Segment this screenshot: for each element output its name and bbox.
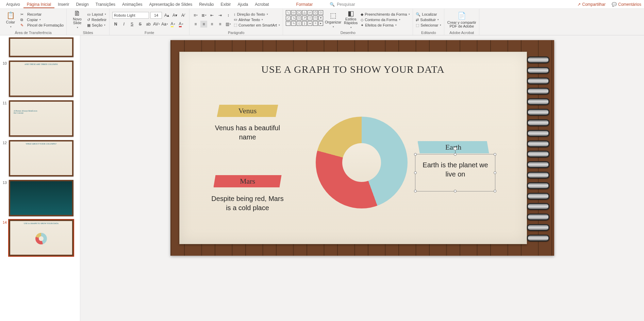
cut-button[interactable]: ✂ Recortar (20, 12, 64, 17)
slide-thumb[interactable]: WHAT ABOUT YOUR COLUMNS? (9, 140, 73, 176)
rotate-handle[interactable] (453, 147, 457, 150)
styles-icon: ◧ (346, 10, 355, 17)
resize-handle[interactable] (494, 153, 496, 156)
shape-outline-button[interactable]: ◇ Contorno da Forma▾ (361, 18, 410, 22)
menu-animacoes[interactable]: Animações (119, 1, 146, 8)
bold-button[interactable]: N (112, 21, 119, 28)
slide-canvas[interactable]: USE A GRAPH TO SHOW YOUR DATA Venus Venu… (80, 35, 644, 321)
menu-acrobat[interactable]: Acrobat (251, 1, 272, 8)
highlight-button[interactable]: A▾ (169, 21, 176, 28)
search-box[interactable]: 🔍 Pesquisar (330, 2, 355, 7)
thumb-row[interactable]: 12 WHAT ABOUT YOUR COLUMNS? (1, 140, 75, 176)
donut-chart[interactable] (316, 117, 408, 208)
thumb-row[interactable]: 14 USE A GRAPH TO SHOW YOUR DATA (1, 220, 75, 256)
find-button[interactable]: 🔍 Localizar (416, 12, 441, 17)
thumb-row[interactable]: 11 A Picture Always Reinforces the Conce… (1, 100, 75, 137)
new-slide-button[interactable]: 🗎 Novo Slide▾ (69, 10, 85, 29)
align-left-button[interactable]: ≡ (192, 21, 199, 28)
grow-font-button[interactable]: A▴ (163, 12, 170, 19)
reset-button[interactable]: ↺ Redefinir (87, 18, 106, 22)
share-button[interactable]: ↗Compartilhar (577, 2, 606, 7)
venus-desc[interactable]: Venus has a beautiful name (210, 123, 285, 142)
menu-revisao[interactable]: Revisão (196, 1, 217, 8)
thumb-row[interactable]: 10 AND THESE ARE THREE COLUMNS (1, 61, 75, 97)
new-slide-icon: 🗎 (73, 10, 82, 17)
menu-bar: Arquivo Página Inicial Inserir Design Tr… (0, 0, 644, 9)
outdent-button[interactable]: ⇤ (209, 12, 215, 19)
indent-button[interactable]: ⇥ (217, 12, 224, 19)
resize-handle[interactable] (414, 153, 417, 156)
font-size-select[interactable]: 14 (150, 12, 162, 19)
shrink-font-button[interactable]: A▾ (171, 12, 178, 19)
menu-apresentacao[interactable]: Apresentação de Slides (146, 1, 196, 8)
format-painter-button[interactable]: ✎ Pincel de Formatação (20, 23, 64, 28)
copy-button[interactable]: ⧉ Copiar▾ (20, 18, 64, 22)
align-center-button[interactable]: ≡ (200, 21, 207, 28)
spiral-binding (527, 55, 549, 241)
menu-transicoes[interactable]: Transições (92, 1, 119, 8)
slide-thumb[interactable] (9, 37, 73, 57)
tape-venus[interactable]: Venus (217, 105, 278, 117)
paste-button[interactable]: 📋 Colar▾ (3, 10, 18, 29)
menu-arquivo[interactable]: Arquivo (3, 1, 23, 8)
tape-mars[interactable]: Mars (214, 175, 282, 187)
slide-thumb[interactable]: AND THESE ARE THREE COLUMNS (9, 61, 73, 97)
resize-handle[interactable] (414, 171, 417, 174)
clear-format-button[interactable]: A⁄ (180, 12, 186, 19)
comments-button[interactable]: 💬Comentários (612, 2, 641, 7)
replace-button[interactable]: ⇄ Substituir▾ (416, 18, 441, 22)
bullets-button[interactable]: ≡▾ (192, 12, 199, 19)
font-name-select[interactable]: Roboto Light (112, 12, 149, 19)
earth-desc[interactable]: Earth is the planet we live on (418, 160, 493, 179)
smartart-button[interactable]: ⬚ Converter em SmartArt▾ (234, 23, 280, 27)
menu-design[interactable]: Design (72, 1, 92, 8)
text-direction-button[interactable]: ↕ Direção do Texto▾ (234, 12, 280, 16)
mini-donut-icon (35, 233, 47, 244)
resize-handle[interactable] (414, 190, 417, 192)
menu-ajuda[interactable]: Ajuda (234, 1, 252, 8)
earth-textbox-selection[interactable]: Earth is the planet we live on (415, 154, 495, 191)
quick-styles-button[interactable]: ◧Estilos Rápidos▾ (343, 10, 359, 29)
numbering-button[interactable]: ≣▾ (200, 12, 207, 19)
shape-fill-button[interactable]: ◆ Preenchimento da Forma▾ (361, 12, 410, 17)
menu-inserir[interactable]: Inserir (54, 1, 72, 8)
arrange-button[interactable]: ⬚Organizar▾ (325, 10, 341, 29)
resize-handle[interactable] (454, 153, 457, 156)
spacing-button[interactable]: AV▾ (153, 21, 160, 28)
select-button[interactable]: ⬚ Selecionar▾ (416, 23, 441, 28)
justify-button[interactable]: ≡ (217, 21, 224, 28)
columns-button[interactable]: ▥▾ (225, 21, 232, 28)
menu-exibir[interactable]: Exibir (217, 1, 234, 8)
layout-button[interactable]: ▭ Layout▾ (87, 12, 106, 17)
strike-button[interactable]: S (137, 21, 144, 28)
ac
      create-pdf-button[interactable]: 📄Crear y compartir PDF de Adobe (447, 10, 476, 29)
thumbnails-panel[interactable]: 10 AND THESE ARE THREE COLUMNS 11 A Pict… (0, 35, 80, 321)
shape-effects-button[interactable]: ✦ Efeitos de Forma▾ (361, 23, 410, 28)
arrange-icon: ⬚ (329, 11, 337, 20)
mars-desc[interactable]: Despite being red, Mars is a cold place (210, 194, 285, 213)
section-button[interactable]: ▦ Seção▾ (87, 23, 106, 28)
menu-pagina-inicial[interactable]: Página Inicial (23, 1, 54, 8)
slide[interactable]: USE A GRAPH TO SHOW YOUR DATA Venus Venu… (170, 40, 554, 256)
slide-title[interactable]: USE A GRAPH TO SHOW YOUR DATA (180, 64, 527, 75)
slide-thumb[interactable] (9, 180, 73, 216)
linespacing-button[interactable]: ↕ (225, 12, 232, 19)
align-right-button[interactable]: ≡ (209, 21, 215, 28)
search-icon: 🔍 (330, 2, 335, 7)
case-button[interactable]: Aa▾ (161, 21, 168, 28)
slide-thumb[interactable]: A Picture Always Reinforces the Concept (9, 100, 73, 137)
paste-icon: 📋 (6, 11, 15, 20)
resize-handle[interactable] (494, 171, 496, 174)
thumb-row[interactable] (1, 37, 75, 57)
resize-handle[interactable] (494, 190, 496, 192)
slide-thumb-current[interactable]: USE A GRAPH TO SHOW YOUR DATA (9, 220, 73, 256)
shapes-gallery[interactable]: ＼▭◯△▱⬠◇ ／↘⬡↗☆⬭▾ ⌒∿{}⬰✧▸ (286, 10, 323, 26)
resize-handle[interactable] (454, 190, 457, 192)
shadow-button[interactable]: ab (145, 21, 152, 28)
italic-button[interactable]: I (120, 21, 127, 28)
font-color-button[interactable]: A▾ (178, 21, 184, 28)
menu-formatar[interactable]: Formatar (293, 1, 316, 8)
underline-button[interactable]: S (129, 21, 135, 28)
align-text-button[interactable]: ▭ Alinhar Texto▾ (234, 17, 280, 22)
thumb-row[interactable]: 13 (1, 180, 75, 216)
